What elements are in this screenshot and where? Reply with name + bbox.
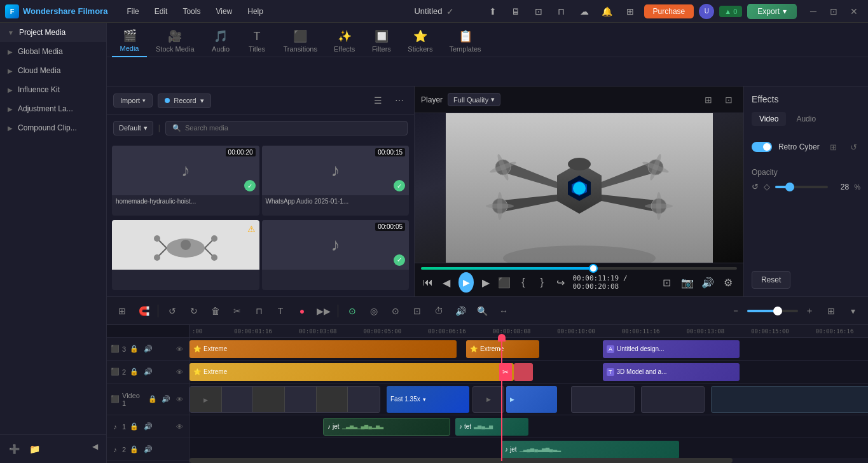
share-icon[interactable]: ⊡ [530, 3, 548, 20]
speed-icon[interactable]: ⏱ [430, 302, 448, 320]
tab-filters[interactable]: 🔲 Filters [364, 25, 399, 57]
tracks-icon[interactable]: ⊞ [113, 302, 131, 320]
track-v1-clip-4[interactable] [571, 386, 635, 413]
playhead[interactable] [501, 338, 502, 461]
opacity-reset-icon[interactable]: ↺ [752, 182, 759, 191]
track-a1-eye-icon[interactable]: 👁 [174, 421, 185, 432]
track-3-clip-2[interactable]: ⭐ Extreme [466, 340, 539, 358]
track-2-lock-icon[interactable]: 🔒 [128, 366, 140, 378]
track-v1-clip-6[interactable] [711, 386, 868, 413]
undo-button[interactable]: ↺ [163, 302, 181, 320]
folder-icon[interactable]: 📁 [25, 440, 43, 458]
track-a2-mute-icon[interactable]: 🔊 [142, 444, 154, 455]
zoom-thumb[interactable] [773, 307, 782, 315]
track-2-audio-icon[interactable]: 🔊 [142, 366, 154, 378]
close-button[interactable]: ✕ [845, 3, 863, 20]
tab-effects[interactable]: ✨ Effects [326, 25, 362, 57]
media-item-3[interactable]: ⚠ [112, 220, 259, 290]
tab-media[interactable]: 🎬 Media [112, 25, 147, 57]
minimize-button[interactable]: ─ [804, 3, 822, 20]
frame-back-button[interactable]: ◀ [440, 273, 453, 291]
effects-tab-video[interactable]: Video [752, 112, 786, 126]
effect-reset-icon[interactable]: ↺ [846, 140, 860, 154]
track-3-clip-1[interactable]: ⭐ Extreme [189, 340, 457, 358]
filter-options-icon[interactable]: ☰ [369, 92, 386, 109]
menu-file[interactable]: File [120, 4, 145, 18]
filter-dropdown[interactable]: Default ▾ [113, 121, 153, 135]
track-2-clip-1[interactable]: ⭐ Extreme [189, 363, 514, 381]
settings-icon[interactable]: ⚙ [719, 273, 737, 291]
tab-templates[interactable]: 📋 Templates [441, 25, 488, 57]
timeline-scrollbar[interactable] [189, 458, 868, 463]
insert-button[interactable]: ↪ [554, 273, 567, 291]
opacity-default-icon[interactable]: ◇ [764, 182, 770, 191]
track-a1-clip-2[interactable]: ♪ tet ▃▅▄▂▅ [455, 418, 528, 436]
more-tools-icon[interactable]: ▶▶ [315, 302, 333, 320]
add-track-icon[interactable]: ➕ [5, 440, 23, 458]
pan-zoom-icon[interactable]: 🔍 [473, 302, 491, 320]
mark-in-button[interactable]: { [516, 273, 530, 291]
sidebar-item-compound-clip[interactable]: ▶ Compound Clip... [0, 118, 106, 137]
split-audio-icon[interactable]: ⊓ [250, 302, 268, 320]
sidebar-item-global-media[interactable]: ▶ Global Media [0, 42, 106, 61]
snapshot-button[interactable]: 📷 [679, 273, 696, 291]
audio-settings-icon[interactable]: 🔊 [699, 273, 717, 291]
track-3-clip-3[interactable]: A Untitled design... [603, 340, 740, 358]
delete-button[interactable]: 🗑 [207, 302, 224, 320]
mark-out-button[interactable]: } [535, 273, 549, 291]
ai-motion-icon[interactable]: ⊙ [387, 302, 404, 320]
track-v1-clip-3[interactable]: ▶ [506, 386, 557, 413]
zoom-track[interactable] [747, 310, 798, 312]
import-button[interactable]: Import ▾ [113, 93, 153, 107]
cut-button[interactable]: ✂ [228, 302, 246, 320]
play-button[interactable]: ▶ [458, 272, 474, 293]
color-button[interactable]: ● [293, 302, 311, 320]
timeline-settings-icon[interactable]: ⊞ [822, 302, 840, 320]
bell-icon[interactable]: 🔔 [598, 3, 616, 20]
sidebar-item-cloud-media[interactable]: ▶ Cloud Media [0, 61, 106, 80]
sidebar-item-influence-kit[interactable]: ▶ Influence Kit [0, 80, 106, 99]
track-v1-lock-icon[interactable]: 🔒 [147, 394, 158, 405]
audio-icon[interactable]: 🔊 [451, 302, 469, 320]
track-v1-clip-2[interactable]: ▶ [472, 386, 504, 413]
reset-button[interactable]: Reset [752, 271, 790, 289]
progress-thumb[interactable] [589, 264, 598, 273]
fullscreen-icon[interactable]: ⊡ [720, 92, 737, 108]
magnet-icon[interactable]: 🧲 [135, 302, 153, 320]
track-v1-audio-icon[interactable]: 🔊 [161, 394, 172, 405]
media-item-4[interactable]: ♪ 00:00:05 ✓ [262, 220, 410, 290]
frame-forward-button[interactable]: ▶ [479, 273, 492, 291]
track-3-eye-icon[interactable]: 👁 [174, 343, 185, 355]
track-a2-lock-icon[interactable]: 🔒 [128, 444, 140, 455]
menu-edit[interactable]: Edit [148, 4, 174, 18]
ai-cutout-icon[interactable]: ◎ [365, 302, 383, 320]
tracks-area[interactable]: :00 00:00:01:16 00:00:03:08 00:00:05:00 … [189, 325, 868, 463]
collapse-sidebar-button[interactable]: ◀ [88, 440, 101, 453]
menu-view[interactable]: View [209, 4, 238, 18]
track-v1-clip-1[interactable]: ▶ [189, 386, 380, 413]
bookmark-icon[interactable]: ⊓ [553, 3, 570, 20]
track-a1-clip-1[interactable]: ♪ jet ▁▃▅▃▁▄▆▄▂▅▃ [323, 418, 450, 436]
track-v1-eye-icon[interactable]: 👁 [174, 394, 185, 405]
upload-icon[interactable]: ⬆ [484, 3, 502, 20]
sidebar-item-project-media[interactable]: ▼ Project Media [0, 23, 106, 42]
export-button[interactable]: Export ▾ [747, 4, 797, 19]
track-2-eye-icon[interactable]: 👁 [174, 366, 185, 378]
monitor-icon[interactable]: 🖥 [507, 3, 525, 20]
search-box[interactable]: 🔍 [165, 121, 408, 135]
zoom-in-button[interactable]: ＋ [801, 302, 818, 320]
stop-button[interactable]: ⬛ [498, 273, 511, 291]
media-item-2[interactable]: ♪ 00:00:15 ✓ WhatsApp Audio 2025-01-1... [262, 146, 410, 216]
track-2-clip-split[interactable] [514, 363, 533, 381]
cloud-icon[interactable]: ☁ [575, 3, 593, 20]
track-a1-mute-icon[interactable]: 🔊 [142, 421, 154, 432]
zoom-out-button[interactable]: － [727, 302, 745, 320]
menu-tools[interactable]: Tools [176, 4, 207, 18]
track-2-clip-2[interactable]: T 3D Model and a... [603, 363, 740, 381]
step-back-button[interactable]: ⏮ [421, 273, 434, 291]
user-avatar[interactable]: U [699, 4, 714, 19]
redo-button[interactable]: ↻ [185, 302, 203, 320]
track-a2-clip-1[interactable]: ♪ jet ▁▃▄▅▄▃▅▆▄▃▂ [501, 441, 679, 459]
effect-toggle-retro[interactable] [752, 142, 772, 152]
tab-stickers[interactable]: ⭐ Stickers [400, 25, 440, 57]
